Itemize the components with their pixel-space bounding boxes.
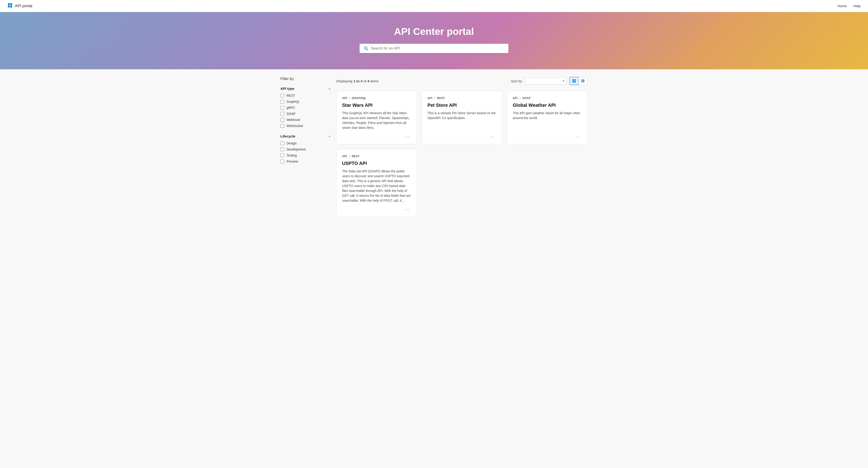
displaying-range: 1 to 4 <box>353 79 362 83</box>
card-badge-row: API | REST <box>342 155 411 158</box>
checkbox-graphql[interactable] <box>280 100 284 103</box>
card-more-button[interactable]: ··· <box>404 134 411 140</box>
card-title: Star Wars API <box>342 103 411 108</box>
badge-type: REST <box>437 97 445 100</box>
brand-label: API portal <box>15 4 32 8</box>
filter-label-preview: Preview <box>286 160 298 163</box>
badge-divider: | <box>349 155 350 158</box>
card-description: The Data Set API (DSAPI) allows the publ… <box>342 169 411 203</box>
card-footer: ··· <box>342 134 411 140</box>
badge-divider: | <box>349 97 350 100</box>
lifecycle-filter-items: Design Development Testing Preview <box>280 141 331 163</box>
api-type-filter-items: REST GraphQL gRPC SOAP Webhook <box>280 94 331 128</box>
badge-divider: | <box>434 97 435 100</box>
hero-title: API Center portal <box>394 26 474 37</box>
nav-links: Home Help <box>838 4 861 8</box>
displaying-text: Displaying 1 to 4 of 4 items <box>336 79 379 83</box>
grid-icon <box>7 3 12 9</box>
card-badge-row: API | GRAPHQL <box>342 97 411 100</box>
badge-api: API <box>513 97 518 100</box>
api-card[interactable]: API | GRAPHQL Star Wars API This GraphQL… <box>336 91 417 144</box>
svg-rect-0 <box>8 3 10 5</box>
card-description: This GraphQL API retrieves all the Star … <box>342 111 411 130</box>
card-title: Pet Store API <box>428 103 497 108</box>
filter-item-websocket[interactable]: WebSocket <box>280 124 331 128</box>
checkbox-testing[interactable] <box>280 154 284 157</box>
checkbox-websocket[interactable] <box>280 124 284 128</box>
nav-help-link[interactable]: Help <box>853 4 861 8</box>
svg-rect-12 <box>581 81 585 82</box>
svg-rect-2 <box>8 6 10 7</box>
content-area: Displaying 1 to 4 of 4 items Sort by Nam… <box>336 77 588 217</box>
checkbox-webhook[interactable] <box>280 118 284 122</box>
badge-type: GRAPHQL <box>352 97 367 100</box>
svg-rect-11 <box>581 81 585 81</box>
brand: API portal <box>7 3 32 9</box>
checkbox-soap[interactable] <box>280 112 284 115</box>
view-toggle <box>569 77 588 85</box>
sort-select[interactable]: Name Date <box>525 77 567 85</box>
filter-item-testing[interactable]: Testing <box>280 154 331 157</box>
card-description: This API gets weather report for all maj… <box>513 111 582 130</box>
sort-by-label: Sort by <box>511 79 522 83</box>
checkbox-grpc[interactable] <box>280 106 284 109</box>
api-type-section-title: API type <box>280 87 294 91</box>
sidebar: Filter by API type ∧ REST GraphQL gRPC <box>280 77 336 217</box>
list-view-button[interactable] <box>579 77 587 85</box>
filter-label-soap: SOAP <box>286 112 296 115</box>
card-title: Global Weather API <box>513 103 582 108</box>
badge-type: SOAP <box>522 97 531 100</box>
hero-section: API Center portal <box>0 12 868 69</box>
filter-label-development: Development <box>286 147 306 151</box>
search-icon <box>364 46 368 51</box>
checkbox-development[interactable] <box>280 147 284 151</box>
api-type-chevron-icon: ∧ <box>329 87 331 90</box>
filter-item-graphql[interactable]: GraphQL <box>280 100 331 103</box>
badge-type: REST <box>352 155 360 158</box>
checkbox-rest[interactable] <box>280 94 284 97</box>
filter-item-rest[interactable]: REST <box>280 94 331 97</box>
api-card[interactable]: API | REST USPTO API The Data Set API (D… <box>336 149 417 217</box>
grid-view-button[interactable] <box>570 77 579 85</box>
displaying-suffix: items <box>369 79 379 83</box>
filter-item-grpc[interactable]: gRPC <box>280 106 331 109</box>
filter-item-soap[interactable]: SOAP <box>280 112 331 115</box>
svg-rect-10 <box>581 79 585 80</box>
filter-item-webhook[interactable]: Webhook <box>280 118 331 122</box>
checkbox-preview[interactable] <box>280 160 284 163</box>
filter-label-testing: Testing <box>286 154 297 157</box>
lifecycle-filter-section: Lifecycle ∧ Design Development Testing <box>280 134 331 163</box>
badge-divider: | <box>520 97 521 100</box>
nav-home-link[interactable]: Home <box>838 4 847 8</box>
displaying-mid: of <box>363 79 367 83</box>
content-header: Displaying 1 to 4 of 4 items Sort by Nam… <box>336 77 588 85</box>
search-input[interactable] <box>371 46 504 51</box>
card-footer: ··· <box>428 134 497 140</box>
svg-line-5 <box>367 49 368 50</box>
filter-item-design[interactable]: Design <box>280 141 331 145</box>
filter-label-websocket: WebSocket <box>286 124 303 128</box>
sort-view-controls: Sort by Name Date <box>511 77 588 85</box>
card-more-button[interactable]: ··· <box>404 207 411 212</box>
topnav: API portal Home Help <box>0 0 868 12</box>
card-title: USPTO API <box>342 161 411 166</box>
filter-label-design: Design <box>286 141 297 145</box>
lifecycle-section-header[interactable]: Lifecycle ∧ <box>280 134 331 138</box>
checkbox-design[interactable] <box>280 141 284 145</box>
filter-label-graphql: GraphQL <box>286 100 300 103</box>
filter-item-development[interactable]: Development <box>280 147 331 151</box>
badge-api: API <box>342 155 347 158</box>
api-card[interactable]: API | REST Pet Store API This is a sampl… <box>422 91 502 144</box>
filter-item-preview[interactable]: Preview <box>280 160 331 163</box>
svg-rect-9 <box>574 81 576 82</box>
card-badge-row: API | REST <box>428 97 497 100</box>
main-layout: Filter by API type ∧ REST GraphQL gRPC <box>271 69 597 226</box>
api-type-section-header[interactable]: API type ∧ <box>280 87 331 91</box>
api-card[interactable]: API | SOAP Global Weather API This API g… <box>507 91 588 144</box>
card-more-button[interactable]: ··· <box>489 134 496 140</box>
card-more-button[interactable]: ··· <box>574 134 582 140</box>
sort-select-wrap: Name Date <box>525 77 567 85</box>
lifecycle-chevron-icon: ∧ <box>329 135 331 138</box>
svg-rect-3 <box>10 6 12 7</box>
search-box <box>360 44 508 53</box>
